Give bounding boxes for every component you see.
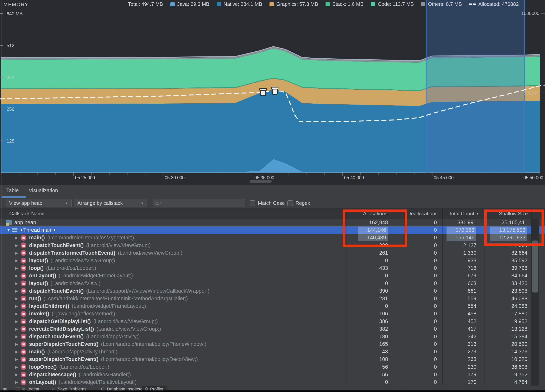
table-row[interactable]: ▶mloopOnce()(Landroid/os/Looper;)5602303… — [0, 363, 545, 371]
cell-value: 0 — [434, 296, 437, 302]
cell-value: 313 — [468, 341, 476, 347]
expander-closed-icon[interactable]: ▶ — [13, 349, 21, 354]
match-case-checkbox[interactable] — [250, 200, 255, 206]
legend-label: Allocated: 476882 — [478, 1, 519, 7]
cell-allocations: 43 — [346, 348, 406, 355]
table-row[interactable]: ▶mdispatchTouchEvent()(Landroid/view/Vie… — [0, 242, 545, 249]
expander-closed-icon[interactable]: ▶ — [13, 266, 21, 270]
callstack-name: loopOnce() — [29, 364, 57, 370]
memory-timeline-panel[interactable]: 05:25.00005:30.00005:35.00005:40.00005:4… — [0, 0, 545, 184]
tab-table[interactable]: Table — [6, 185, 19, 196]
expander-closed-icon[interactable]: ▶ — [13, 251, 21, 255]
cell-value: 17,880 — [511, 311, 527, 317]
table-row[interactable]: ▶mmain()(Landroid/app/ActivityThread;)43… — [0, 348, 545, 355]
callstack-name: dispatchTouchEvent() — [29, 288, 84, 294]
tab-visualization[interactable]: Visualization — [29, 185, 58, 196]
method-icon: m — [21, 288, 26, 294]
table-row[interactable]: ▶mlayoutChildren()(Landroid/widget/Frame… — [0, 302, 545, 310]
cell-allocations: 382 — [346, 325, 406, 333]
table-row[interactable]: ▶mdispatchTransformedTouchEvent()(Landro… — [0, 249, 545, 257]
column-header-callstack-name[interactable]: Callstack Name — [9, 209, 45, 219]
table-row[interactable]: ▶msuperDispatchTouchEvent()(Lcom/android… — [0, 340, 545, 348]
arrange-select-dropdown[interactable]: Arrange by callstack ▼ — [74, 199, 147, 207]
table-row[interactable]: ▶mloop()(Landroid/os/Looper;)433071839,7… — [0, 264, 545, 272]
expander-closed-icon[interactable]: ▶ — [13, 258, 21, 263]
cell-value: 0 — [434, 273, 437, 279]
expander-closed-icon[interactable]: ▶ — [13, 380, 21, 385]
callstack-name-cell: ▼<Thread main> — [0, 227, 346, 233]
callstack-name-cell: ▶mdispatchTouchEvent()(Landroid/view/Vie… — [0, 243, 346, 249]
table-row[interactable]: ▶mlayout()(Landroid/view/View;)0066333,4… — [0, 280, 545, 287]
cell-shallow-size: 4,784 — [484, 379, 531, 386]
timeline-selection-region[interactable] — [426, 0, 525, 173]
heap-select-value: View app heap — [9, 200, 43, 206]
timeline-horizontal-scrollbar[interactable] — [250, 180, 272, 183]
expander-closed-icon[interactable]: ▶ — [13, 334, 21, 339]
memory-stacked-area-chart[interactable]: 05:25.00005:30.00005:35.00005:40.00005:4… — [0, 0, 545, 184]
expander-closed-icon[interactable]: ▶ — [13, 342, 21, 346]
table-row[interactable]: app heap162,8480381,99125,165,411 — [0, 219, 545, 226]
callstack-name: invoke() — [29, 311, 49, 317]
table-row[interactable]: ▶mlayout()(Landroid/view/ViewGroup;)0093… — [0, 257, 545, 264]
table-row[interactable]: ▶mmain()(Lcom/android/internal/os/Zygote… — [0, 234, 545, 242]
expander-closed-icon[interactable]: ▶ — [13, 365, 21, 369]
cell-shallow-size: 13,128 — [484, 325, 531, 333]
table-row[interactable]: ▶minvoke()(Ljava/lang/reflect/Method;)10… — [0, 310, 545, 317]
expander-closed-icon[interactable]: ▶ — [13, 296, 21, 301]
method-icon: m — [21, 296, 26, 301]
cell-deallocations: 0 — [406, 226, 442, 234]
column-header-deallocations[interactable]: Deallocations — [406, 209, 442, 219]
search-options-caret-icon[interactable]: ▾ — [160, 201, 162, 205]
expander-closed-icon[interactable]: ▶ — [13, 281, 21, 286]
expander-closed-icon[interactable]: ▶ — [13, 289, 21, 293]
callstack-name: main() — [29, 349, 45, 355]
method-icon: m — [21, 311, 26, 317]
table-row[interactable]: ▶msuperDispatchTouchEvent()(Lcom/android… — [0, 355, 545, 363]
table-row[interactable]: ▶mdispatchMessage()(Landroid/os/Handler;… — [0, 371, 545, 379]
cell-total-count: 554 — [442, 302, 484, 310]
cell-value: 106 — [379, 311, 388, 317]
cell-total-count: 313 — [442, 340, 484, 348]
time-axis-label: 05:45.000 — [434, 175, 453, 180]
table-row[interactable]: ▶mrun()(Lcom/android/internal/os/Runtime… — [0, 295, 545, 302]
cell-value: 14,376 — [511, 349, 527, 355]
table-row[interactable]: ▶mdispatchGetDisplayList()(Landroid/view… — [0, 317, 545, 325]
cell-value: 0 — [434, 326, 437, 332]
column-divider[interactable] — [442, 209, 443, 386]
arrange-select-value: Arrange by callstack — [77, 200, 123, 206]
expander-closed-icon[interactable]: ▶ — [13, 304, 21, 308]
table-row[interactable]: ▶monLayout()(Landroid/widget/RelativeLay… — [0, 379, 545, 386]
cell-total-count: 279 — [442, 348, 484, 355]
cell-total-count: 933 — [442, 257, 484, 264]
legend-label: Total: 494.7 MB — [128, 1, 163, 7]
table-row[interactable]: ▶mrecreateChildDisplayList()(Landroid/vi… — [0, 325, 545, 333]
cell-shallow-size: 17,880 — [484, 310, 531, 317]
cell-allocations: 108 — [346, 355, 406, 363]
expander-closed-icon[interactable]: ▶ — [13, 274, 21, 278]
expander-closed-icon[interactable]: ▶ — [13, 357, 21, 361]
allocation-axis-label: 500000 — [524, 90, 539, 96]
gc-event-icon[interactable] — [260, 88, 266, 96]
table-row[interactable]: ▶monLayout()(Landroid/widget/FrameLayout… — [0, 272, 545, 280]
table-row[interactable]: ▶mdispatchTouchEvent()(Landroid/support/… — [0, 287, 545, 295]
cell-total-count: 179 — [442, 371, 484, 379]
table-vertical-scrollbar-thumb[interactable] — [532, 241, 539, 292]
cell-total-count: 170,363 — [442, 226, 484, 234]
cell-value: 13,128 — [511, 326, 527, 332]
expander-closed-icon[interactable]: ▶ — [13, 243, 21, 248]
gc-event-icon[interactable] — [272, 87, 278, 94]
expander-closed-icon[interactable]: ▶ — [13, 319, 21, 324]
expander-closed-icon[interactable]: ▶ — [13, 311, 21, 316]
table-row[interactable]: ▶mdispatchTouchEvent()(Landroid/app/Acti… — [0, 333, 545, 340]
expander-closed-icon[interactable]: ▶ — [13, 327, 21, 331]
table-row[interactable]: ▼<Thread main>144,1460170,36313,175,593 — [0, 226, 545, 234]
regex-checkbox[interactable] — [287, 200, 293, 206]
heap-select-dropdown[interactable]: View app heap ▼ — [6, 199, 72, 207]
expander-closed-icon[interactable]: ▶ — [13, 236, 21, 240]
legend-label: Native: 284.1 MB — [223, 1, 262, 7]
column-header-total-count[interactable]: Total Count ▼ — [442, 209, 484, 219]
search-input[interactable]: ▾ — [153, 199, 245, 207]
expander-open-icon[interactable]: ▼ — [5, 228, 12, 232]
expander-closed-icon[interactable]: ▶ — [13, 372, 21, 377]
cell-value: 0 — [385, 303, 388, 309]
